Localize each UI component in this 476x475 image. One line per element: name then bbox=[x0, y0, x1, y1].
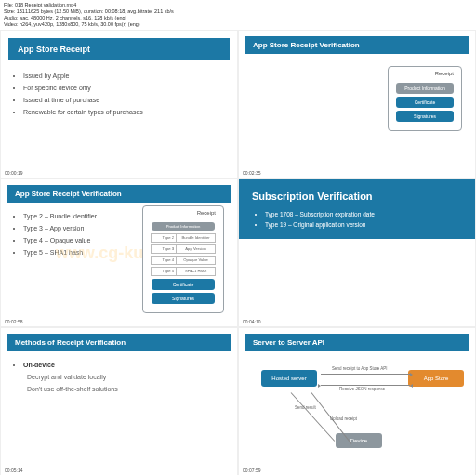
timestamp: 00:04:10 bbox=[243, 319, 260, 324]
meta-line: Audio: aac, 48000 Hz, 2 channels, s16, 1… bbox=[4, 15, 472, 21]
timestamp: 00:07:59 bbox=[243, 468, 260, 473]
bullet: Issued at time of purchase bbox=[23, 94, 224, 106]
arrow-down bbox=[291, 392, 336, 442]
arrow-receive bbox=[321, 385, 410, 386]
sub-bullet: Don't use off-the-shelf solutions bbox=[14, 383, 224, 395]
bullet: Type 5 – SHA1 hash bbox=[23, 246, 111, 258]
receipt-section: Product Information bbox=[396, 83, 454, 94]
slide-title: App Store Receipt bbox=[8, 38, 230, 60]
slide-body: Issued by Apple For specific device only… bbox=[1, 66, 237, 123]
label-send: Send receipt to App Store API bbox=[332, 366, 388, 371]
slide-title: App Store Receipt Verification bbox=[7, 185, 231, 203]
bullet: Type 4 – Opaque value bbox=[23, 234, 111, 246]
bullet: Type 19 – Original application version bbox=[265, 219, 462, 231]
timestamp: 00:02:35 bbox=[243, 170, 260, 176]
receipt-section: Certificate bbox=[152, 279, 216, 290]
slide-body: On-device Decrypt and validate locally D… bbox=[1, 355, 237, 400]
bullet: Renewable for certain types of purchases bbox=[23, 106, 224, 118]
label-upload: Upload receipt bbox=[330, 416, 357, 421]
node-device: Device bbox=[336, 433, 382, 448]
receipt-section: Certificate bbox=[396, 97, 454, 108]
slide-title: Methods of Receipt Verification bbox=[7, 334, 231, 351]
meta-line: Video: h264, yuv420p, 1280x800, 75 kb/s,… bbox=[4, 21, 472, 28]
node-app-store: App Store bbox=[408, 370, 464, 387]
slide-3: App Store Receipt Verification Type 2 – … bbox=[0, 178, 238, 327]
receipt-row: Type 4Opaque Value bbox=[151, 256, 216, 265]
slide-1: App Store Receipt Issued by Apple For sp… bbox=[0, 30, 238, 178]
slide-header-block: Subscription Verification Type 1708 – Su… bbox=[239, 179, 475, 239]
slide-grid: App Store Receipt Issued by Apple For sp… bbox=[0, 30, 476, 476]
slide-5: Methods of Receipt Verification On-devic… bbox=[0, 327, 238, 476]
bullet: Type 3 – App version bbox=[23, 222, 111, 234]
timestamp: 00:05:14 bbox=[5, 468, 22, 473]
arrow-send bbox=[321, 374, 410, 375]
bullet-strong: On-device bbox=[23, 362, 55, 368]
receipt-label: Receipt bbox=[392, 71, 457, 80]
meta-line: File: 018 Receipt validation.mp4 bbox=[4, 2, 472, 8]
slide-4: Subscription Verification Type 1708 – Su… bbox=[238, 178, 476, 327]
slide-title: Subscription Verification bbox=[252, 191, 462, 202]
bullet: Type 2 – Bundle identifier bbox=[23, 210, 111, 222]
sub-bullet: Decrypt and validate locally bbox=[14, 371, 224, 383]
bullet: For specific device only bbox=[23, 82, 224, 94]
bullet: Issued by Apple bbox=[23, 70, 224, 82]
slide-title: Server to Server API bbox=[245, 334, 469, 351]
slide-6: Server to Server API Hosted server App S… bbox=[238, 327, 476, 476]
receipt-row: Type 2Bundle Identifier bbox=[151, 233, 216, 243]
receipt-row: Type 3App Version bbox=[151, 244, 216, 254]
label-send-result: Send result bbox=[295, 405, 316, 410]
file-metadata: File: 018 Receipt validation.mp4 Size: 1… bbox=[0, 0, 476, 30]
receipt-row: Type 5SHA-1 Hash bbox=[151, 267, 216, 276]
receipt-section: Signatures bbox=[396, 111, 454, 122]
server-diagram: Hosted server App Store Device Send rece… bbox=[239, 364, 475, 467]
label-receive: Receive JSON response bbox=[339, 387, 385, 391]
timestamp: 00:02:58 bbox=[5, 319, 22, 324]
receipt-diagram: Receipt Product Information Certificate … bbox=[388, 66, 462, 131]
node-hosted-server: Hosted server bbox=[261, 370, 317, 387]
receipt-label: Receipt bbox=[147, 210, 219, 219]
slide-title: App Store Receipt Verification bbox=[245, 36, 469, 54]
timestamp: 00:00:19 bbox=[5, 170, 22, 176]
receipt-diagram: Receipt Product Information Type 2Bundle… bbox=[142, 205, 224, 314]
slide-body: Type 2 – Bundle identifier Type 3 – App … bbox=[1, 206, 124, 263]
meta-line: Size: 13111625 bytes (12.50 MiB), durati… bbox=[4, 8, 472, 15]
receipt-group-header: Product Information bbox=[152, 222, 216, 231]
bullet: Type 1708 – Subscription expiration date bbox=[265, 209, 462, 220]
slide-2: App Store Receipt Verification Receipt P… bbox=[238, 30, 476, 178]
receipt-section: Signatures bbox=[152, 293, 216, 304]
